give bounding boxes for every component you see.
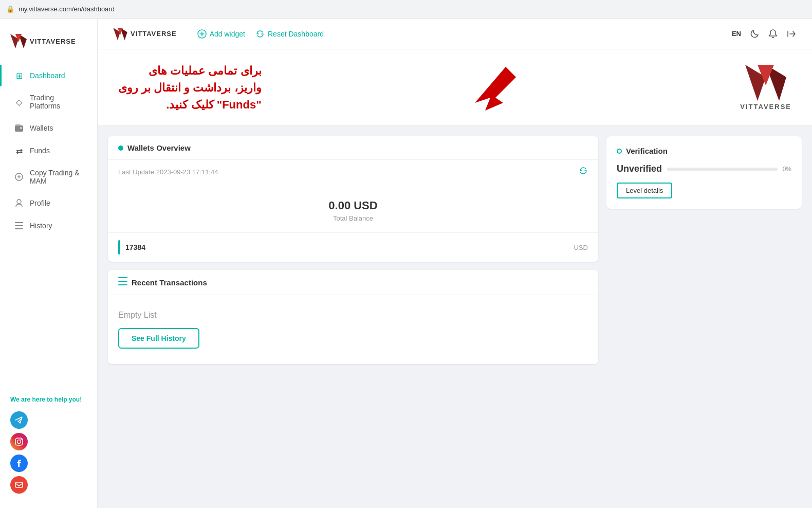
account-indicator	[118, 240, 120, 255]
see-full-history-button[interactable]: See Full History	[118, 328, 199, 349]
promo-logo: VITTAVERSE	[740, 65, 791, 111]
promo-click-text: کلیک کنید.	[166, 98, 213, 111]
sidebar-label-trading-platforms: Trading Platforms	[30, 94, 83, 110]
balance-area: 0.00 USD Total Balance	[108, 184, 598, 232]
vittaverse-logo-icon	[10, 34, 27, 48]
sidebar-item-funds[interactable]: ⇄ Funds	[4, 140, 93, 161]
sidebar-label-wallets: Wallets	[30, 124, 53, 132]
sidebar-item-wallets[interactable]: Wallets	[4, 117, 93, 139]
funds-icon: ⇄	[14, 146, 24, 155]
trading-platforms-icon: ◇	[14, 97, 24, 106]
sidebar-logo-text: VITTAVERSE	[30, 38, 76, 45]
promo-logo-icon	[745, 65, 786, 101]
logout-button[interactable]	[786, 29, 797, 39]
header-logo-text: VITTAVERSE	[131, 30, 177, 38]
svg-rect-11	[15, 438, 23, 445]
wallets-overview-widget: Wallets Overview Last Update 2023-09-23 …	[108, 136, 598, 262]
sidebar-item-dashboard[interactable]: ⊞ Dashboard	[4, 65, 93, 86]
wallets-title-dot	[118, 146, 123, 151]
svg-rect-8	[15, 222, 23, 223]
svg-rect-14	[15, 482, 23, 487]
sidebar-nav: ⊞ Dashboard ◇ Trading Platforms Wallets …	[0, 64, 97, 388]
sidebar-help-text: We are here to help you!	[0, 388, 97, 407]
svg-rect-23	[118, 281, 127, 282]
reset-dashboard-button[interactable]: Reset Dashboard	[255, 29, 324, 39]
browser-url: my.vittaverse.com/en/dashboard	[19, 5, 115, 13]
sidebar-item-history[interactable]: History	[4, 215, 93, 237]
svg-point-12	[17, 440, 21, 444]
transactions-title: Recent Transactions	[132, 278, 207, 287]
profile-icon	[14, 198, 24, 208]
browser-bar: 🔒 my.vittaverse.com/en/dashboard	[0, 0, 812, 19]
account-currency: USD	[574, 244, 588, 251]
header: VITTAVERSE Add widget Reset Dashboard EN	[98, 19, 812, 49]
level-details-button[interactable]: Level details	[617, 183, 672, 198]
progress-pct: 0%	[783, 166, 791, 173]
promo-text: برای تمامی عملیات های واریز، برداشت و ان…	[118, 62, 262, 113]
dashboard-area: برای تمامی عملیات های واریز، برداشت و ان…	[98, 49, 812, 508]
svg-rect-22	[118, 277, 127, 278]
reset-dashboard-label: Reset Dashboard	[268, 30, 324, 38]
dark-mode-button[interactable]	[749, 29, 760, 39]
promo-line2: واریز، برداشت و انتقال بر روی	[118, 79, 262, 96]
main-content: VITTAVERSE Add widget Reset Dashboard EN	[98, 19, 812, 508]
add-widget-button[interactable]: Add widget	[197, 29, 245, 39]
promo-arrow-area	[465, 62, 537, 113]
svg-point-13	[21, 439, 22, 440]
facebook-icon[interactable]	[10, 455, 28, 472]
account-row: 17384 USD	[108, 232, 598, 262]
right-column: Verification Unverified 0% Level details	[606, 136, 802, 364]
balance-label: Total Balance	[118, 214, 588, 222]
svg-rect-10	[15, 228, 23, 229]
balance-amount: 0.00 USD	[118, 199, 588, 212]
promo-funds-label: "Funds"	[217, 98, 262, 111]
left-column: Wallets Overview Last Update 2023-09-23 …	[108, 136, 598, 364]
sidebar-item-trading-platforms[interactable]: ◇ Trading Platforms	[4, 87, 93, 116]
instagram-icon[interactable]	[10, 433, 28, 450]
wallets-icon	[14, 123, 24, 133]
verification-dot	[617, 149, 622, 154]
sidebar: VITTAVERSE ⊞ Dashboard ◇ Trading Platfor…	[0, 19, 98, 508]
sidebar-logo: VITTAVERSE	[0, 29, 97, 64]
promo-logo-text: VITTAVERSE	[740, 103, 791, 111]
empty-list: Empty List See Full History	[108, 295, 598, 364]
svg-rect-5	[15, 124, 21, 126]
wallets-title-text: Wallets Overview	[127, 143, 191, 152]
promo-banner: برای تمامی عملیات های واریز، برداشت و ان…	[98, 49, 812, 126]
recent-transactions-widget: Recent Transactions Empty List See Full …	[108, 270, 598, 364]
account-id: 17384	[125, 243, 569, 251]
browser-lock-icon: 🔒	[6, 5, 14, 13]
sidebar-label-dashboard: Dashboard	[30, 71, 65, 80]
refresh-icon[interactable]	[579, 166, 588, 177]
wallets-overview-header: Wallets Overview	[108, 136, 598, 160]
language-button[interactable]: EN	[732, 30, 741, 38]
verification-widget: Verification Unverified 0% Level details	[606, 136, 802, 209]
promo-line3: "Funds" کلیک کنید.	[118, 96, 262, 113]
empty-list-text: Empty List	[118, 311, 588, 320]
svg-rect-24	[118, 284, 127, 285]
social-links	[0, 407, 97, 498]
sidebar-label-profile: Profile	[30, 199, 50, 207]
sidebar-item-copy-trading[interactable]: Copy Trading & MAM	[4, 162, 93, 191]
copy-trading-icon	[14, 172, 24, 182]
sidebar-label-funds: Funds	[30, 147, 50, 155]
svg-point-7	[17, 199, 21, 204]
transactions-header: Recent Transactions	[108, 270, 598, 295]
transactions-icon	[118, 277, 127, 287]
telegram-icon[interactable]	[10, 411, 28, 429]
wallets-overview-title: Wallets Overview	[118, 143, 191, 152]
sidebar-label-copy-trading: Copy Trading & MAM	[30, 169, 83, 185]
wallets-meta: Last Update 2023-09-23 17:11:44	[108, 160, 598, 184]
sidebar-item-profile[interactable]: Profile	[4, 192, 93, 214]
last-update-text: Last Update 2023-09-23 17:11:44	[118, 168, 218, 176]
email-icon[interactable]	[10, 476, 28, 494]
header-logo-icon	[113, 28, 127, 40]
progress-bar	[667, 168, 778, 171]
unverified-label: Unverified	[617, 164, 662, 174]
sidebar-label-history: History	[30, 222, 52, 230]
verification-title: Verification	[626, 147, 668, 155]
level-details-row: Level details	[617, 183, 791, 198]
history-icon	[14, 221, 24, 230]
notifications-button[interactable]	[768, 29, 778, 39]
promo-arrow-icon	[465, 62, 537, 113]
